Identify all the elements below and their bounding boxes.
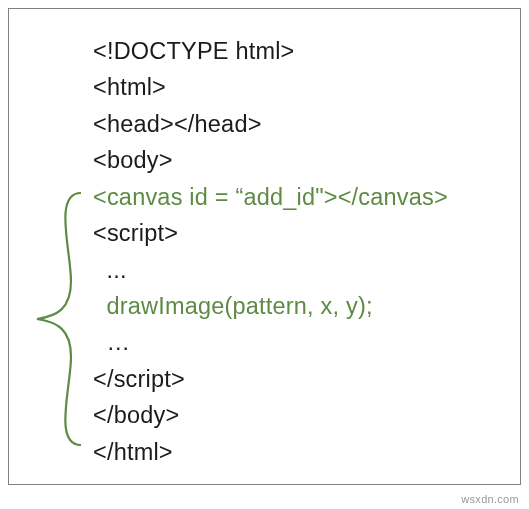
code-line-1: <html> [93, 69, 512, 105]
code-line-2: <head></head> [93, 106, 512, 142]
code-line-7: drawImage(pattern, x, y); [93, 288, 512, 324]
code-listing: <!DOCTYPE html><html><head></head><body>… [93, 33, 512, 470]
watermark-text: wsxdn.com [461, 493, 519, 505]
code-line-9: </script> [93, 361, 512, 397]
code-line-10: </body> [93, 397, 512, 433]
code-frame: <!DOCTYPE html><html><head></head><body>… [8, 8, 521, 485]
code-line-11: </html> [93, 434, 512, 470]
code-line-0: <!DOCTYPE html> [93, 33, 512, 69]
code-line-3: <body> [93, 142, 512, 178]
code-line-8: … [93, 324, 512, 360]
code-line-6: ... [93, 252, 512, 288]
brace-icon [31, 191, 81, 447]
code-line-4: <canvas id = “add_id"></canvas> [93, 179, 512, 215]
code-line-5: <script> [93, 215, 512, 251]
